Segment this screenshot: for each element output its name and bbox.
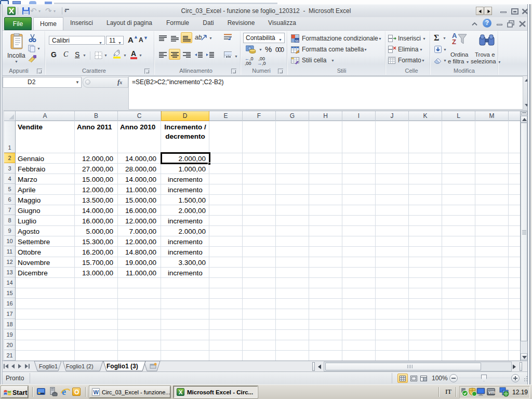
svg-text:ss: ss	[295, 39, 299, 43]
